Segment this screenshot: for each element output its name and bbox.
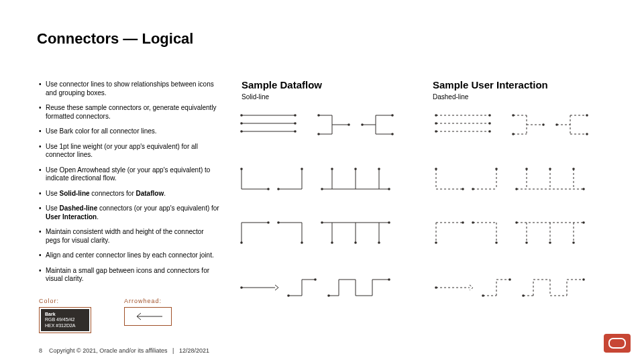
svg-point-109 — [549, 168, 551, 170]
bullet-item: Maintain consistent width and height of … — [39, 228, 220, 245]
bullet-item: Use Dashed-line connectors (or your app'… — [39, 204, 220, 221]
svg-point-44 — [267, 221, 270, 224]
svg-point-9 — [294, 130, 297, 133]
svg-point-23 — [391, 133, 394, 135]
svg-point-130 — [572, 241, 575, 244]
svg-point-123 — [515, 221, 518, 224]
svg-point-38 — [378, 168, 380, 170]
svg-point-27 — [267, 188, 270, 190]
bullet-item: Use connector lines to show relationship… — [39, 80, 220, 97]
svg-point-113 — [582, 188, 585, 190]
svg-point-96 — [586, 133, 588, 135]
svg-point-94 — [586, 114, 588, 117]
svg-point-73 — [388, 278, 390, 281]
arrowhead-section-label: Arrowhead: — [124, 298, 162, 304]
color-section-label: Color: — [39, 298, 59, 304]
svg-point-121 — [495, 241, 498, 244]
svg-point-51 — [388, 221, 390, 224]
svg-point-16 — [347, 123, 350, 126]
footer-date: 12/28/2021 — [179, 347, 209, 354]
svg-point-21 — [391, 114, 394, 117]
connector-diagrams — [238, 109, 627, 330]
svg-point-31 — [301, 168, 303, 170]
svg-point-34 — [331, 168, 333, 170]
svg-point-53 — [331, 241, 333, 244]
swatch-name: Bark — [45, 312, 85, 317]
svg-point-55 — [354, 241, 357, 244]
bullet-item: Use Solid-line connectors for Dataflow. — [39, 190, 220, 198]
swatch-hex: HEX #312D2A — [45, 323, 85, 328]
bullet-item: Use Bark color for all connector lines. — [39, 127, 220, 136]
svg-point-126 — [525, 241, 528, 244]
svg-point-82 — [488, 130, 491, 133]
bullet-item: Use Open Arrowhead style (or your app's … — [39, 166, 220, 183]
svg-point-64 — [314, 278, 317, 281]
dataflow-sub: Solid-line — [241, 93, 322, 101]
svg-point-39 — [321, 188, 323, 190]
bullet-item: Use 1pt line weight (or your app's equiv… — [39, 143, 220, 160]
swatch-rgb: RGB 49/45/42 — [45, 317, 85, 322]
user-title: Sample User Interaction — [433, 79, 548, 90]
bullet-list: Use connector lines to show relationship… — [39, 80, 220, 290]
svg-point-117 — [462, 221, 464, 224]
svg-point-89 — [542, 123, 545, 126]
svg-point-79 — [488, 122, 491, 125]
svg-point-111 — [572, 168, 575, 170]
bullet-item: Align and center connector lines by each… — [39, 251, 220, 260]
svg-point-50 — [321, 221, 323, 224]
svg-point-76 — [488, 114, 491, 117]
svg-point-6 — [294, 122, 297, 125]
svg-point-104 — [495, 168, 498, 170]
bullet-item: Maintain a small gap between icons and c… — [39, 267, 220, 284]
svg-point-124 — [582, 221, 585, 224]
svg-point-36 — [354, 168, 357, 170]
bullet-item: Reuse these sample connectors or, genera… — [39, 104, 220, 121]
svg-point-14 — [317, 133, 320, 135]
svg-point-112 — [515, 188, 518, 190]
svg-point-57 — [378, 241, 380, 244]
svg-point-107 — [525, 168, 528, 170]
footer-sep: | — [172, 347, 174, 354]
svg-point-146 — [582, 278, 585, 281]
dataflow-title: Sample Dataflow — [241, 79, 322, 90]
svg-point-87 — [512, 133, 515, 135]
user-sub: Dashed-line — [433, 93, 548, 101]
color-swatch: Bark RGB 49/45/42 HEX #312D2A — [39, 307, 91, 333]
oracle-logo-icon — [604, 334, 631, 353]
svg-point-40 — [388, 188, 390, 190]
svg-point-3 — [294, 114, 297, 117]
svg-point-128 — [549, 241, 551, 244]
page-number: 8 — [39, 347, 42, 354]
arrowhead-sample — [124, 307, 172, 326]
svg-point-137 — [508, 278, 511, 281]
footer: 8 Copyright © 2021, Oracle and/or its af… — [39, 347, 209, 354]
svg-point-100 — [462, 188, 464, 190]
copyright-text: Copyright © 2021, Oracle and/or its affi… — [49, 347, 168, 354]
slide-title: Connectors — Logical — [37, 30, 193, 48]
svg-point-114 — [435, 241, 437, 244]
svg-point-48 — [301, 241, 303, 244]
